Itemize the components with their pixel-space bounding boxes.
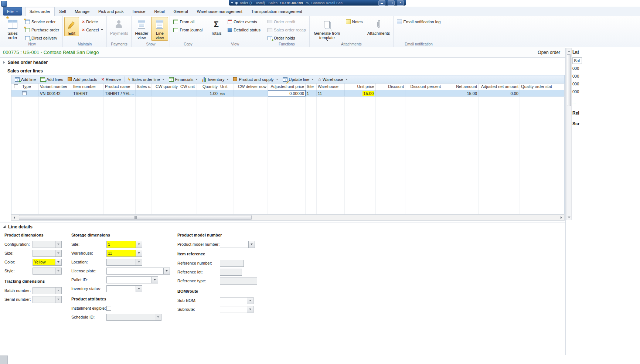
order-holds-button[interactable]: +Order holds bbox=[266, 34, 308, 42]
combobox-dropdown-button[interactable] bbox=[136, 241, 142, 248]
header-view-button[interactable]: Header view bbox=[133, 17, 150, 41]
close-button[interactable]: × bbox=[397, 0, 404, 6]
combobox-dropdown-button[interactable] bbox=[247, 306, 253, 313]
grid-column-header[interactable]: Sales c... bbox=[136, 84, 152, 90]
grid-cell[interactable]: VN-000142 bbox=[39, 90, 72, 96]
horizontal-scrollbar[interactable] bbox=[11, 214, 565, 221]
warehouse-menu[interactable]: ⌂Warehouse bbox=[316, 76, 350, 82]
grid-cell[interactable]: 15.00 bbox=[345, 90, 376, 96]
totals-button[interactable]: Σ Totals bbox=[208, 17, 225, 36]
grid-column-header[interactable]: CW quantity bbox=[152, 84, 179, 90]
tab-pick-and-pack[interactable]: Pick and pack bbox=[94, 7, 128, 16]
grid-cell[interactable] bbox=[234, 90, 268, 96]
combobox-dropdown-button[interactable] bbox=[152, 277, 158, 283]
grid-cell[interactable] bbox=[136, 90, 152, 96]
grid-header-select[interactable] bbox=[11, 84, 21, 90]
site-combobox[interactable]: 1 bbox=[106, 241, 142, 248]
tab-transportation-management[interactable]: Transportation management bbox=[247, 7, 307, 16]
grid-cell[interactable]: ea bbox=[219, 90, 234, 96]
horizontal-scroll-thumb[interactable] bbox=[19, 215, 252, 220]
factbox-row[interactable]: 000 bbox=[572, 80, 640, 88]
combobox-dropdown-button[interactable] bbox=[136, 286, 142, 292]
scroll-right-arrow[interactable] bbox=[558, 215, 564, 220]
generate-from-template-button[interactable]: → Generate from template bbox=[311, 17, 343, 42]
scroll-up-arrow[interactable] bbox=[566, 49, 571, 54]
scroll-down-arrow[interactable] bbox=[566, 215, 571, 220]
attachments-button[interactable]: Attachments bbox=[366, 17, 392, 36]
email-notification-log-button[interactable]: Email notification log bbox=[395, 18, 443, 25]
notes-button[interactable]: Notes bbox=[344, 18, 365, 25]
combobox-dropdown-button[interactable] bbox=[55, 259, 61, 265]
warehouse-combobox[interactable]: 11 bbox=[106, 250, 142, 257]
grid-empty-area[interactable] bbox=[11, 97, 565, 214]
grid-cell[interactable] bbox=[405, 90, 442, 96]
direct-delivery-button[interactable]: +Direct delivery bbox=[23, 34, 61, 42]
combobox-dropdown-button[interactable] bbox=[163, 268, 170, 274]
grid-cell[interactable]: 11 bbox=[317, 90, 345, 96]
grid-cell[interactable] bbox=[152, 90, 179, 96]
tab-invoice[interactable]: Invoice bbox=[128, 7, 150, 16]
delete-button[interactable]: ×Delete bbox=[80, 18, 105, 25]
color-combobox[interactable]: Yellow bbox=[33, 259, 62, 266]
grid-column-header[interactable]: CW unit bbox=[179, 84, 197, 90]
location-combobox[interactable] bbox=[106, 259, 142, 266]
grid-column-header[interactable]: Quality order stat bbox=[520, 84, 564, 90]
file-menu-button[interactable]: File bbox=[3, 7, 22, 16]
tab-sell[interactable]: Sell bbox=[55, 7, 70, 16]
line-details-section[interactable]: Line details bbox=[0, 222, 565, 231]
sales-order-line-menu[interactable]: ϟSales order line bbox=[126, 76, 166, 82]
financials-menu[interactable]: Financials bbox=[167, 76, 200, 82]
grid-column-header[interactable]: Product name bbox=[104, 84, 136, 90]
license-plate-combobox[interactable] bbox=[106, 268, 170, 275]
grid-column-header[interactable]: Unit price bbox=[345, 84, 376, 90]
add-line-button[interactable]: +Add line bbox=[13, 76, 38, 82]
grid-cell[interactable]: TSHIRT bbox=[72, 90, 104, 96]
inventory-status-combobox[interactable] bbox=[106, 285, 142, 292]
combobox-dropdown-button[interactable] bbox=[136, 250, 142, 256]
grid-column-header[interactable]: Site bbox=[306, 84, 317, 90]
grid-column-header[interactable]: Discount bbox=[376, 84, 405, 90]
cancel-button[interactable]: ×Cancel bbox=[80, 26, 105, 34]
select-all-checkbox[interactable] bbox=[14, 84, 18, 88]
from-journal-button[interactable]: From journal bbox=[171, 26, 204, 34]
add-products-button[interactable]: Add products bbox=[66, 76, 99, 82]
factbox-row[interactable]: 000 bbox=[572, 65, 640, 72]
chevron-down-icon[interactable] bbox=[231, 2, 233, 4]
new-sales-order-button[interactable]: ★ Sales order bbox=[3, 17, 22, 41]
scroll-left-arrow[interactable] bbox=[11, 215, 17, 220]
tab-sales-order[interactable]: Sales order bbox=[25, 7, 55, 16]
factbox-row[interactable]: 000 bbox=[572, 88, 640, 96]
grid-column-header[interactable]: CW deliver now bbox=[234, 84, 268, 90]
grid-cell[interactable] bbox=[179, 90, 197, 96]
vertical-scroll-thumb[interactable] bbox=[567, 54, 571, 106]
installment-eligible-checkbox[interactable] bbox=[106, 306, 111, 311]
tab-retail[interactable]: Retail bbox=[150, 7, 169, 16]
grid-cell[interactable]: TSHIRT / YEL... bbox=[104, 90, 136, 96]
grid-row-selected[interactable]: VN-000142TSHIRTTSHIRT / YEL...1.00ea0.00… bbox=[11, 90, 565, 97]
minimize-button[interactable] bbox=[378, 0, 385, 6]
subroute-combobox[interactable] bbox=[220, 306, 253, 313]
grid-cell[interactable]: 1.00 bbox=[197, 90, 219, 96]
grid-column-header[interactable]: Net amount bbox=[442, 84, 479, 90]
tab-general[interactable]: General bbox=[169, 7, 193, 16]
remove-button[interactable]: ×Remove bbox=[100, 76, 123, 82]
tab-manage[interactable]: Manage bbox=[70, 7, 94, 16]
grid-cell[interactable] bbox=[11, 90, 21, 96]
factbox-section-title[interactable]: Scr bbox=[572, 121, 640, 126]
product-model-number-combobox[interactable] bbox=[220, 241, 255, 248]
grid-cell[interactable]: 15.00 bbox=[442, 90, 479, 96]
grid-cell[interactable] bbox=[21, 90, 39, 96]
combobox-dropdown-button[interactable] bbox=[247, 297, 253, 304]
service-order-button[interactable]: ★Service order bbox=[23, 18, 61, 25]
grid-column-header[interactable]: Item number bbox=[72, 84, 104, 90]
grid-cell[interactable]: 0.00 bbox=[479, 90, 520, 96]
factbox-section-title[interactable]: Rel bbox=[572, 110, 640, 116]
factbox-more-link[interactable]: ... bbox=[572, 101, 640, 105]
combobox-dropdown-button[interactable] bbox=[136, 259, 142, 265]
grid-column-header[interactable]: Type bbox=[21, 84, 39, 90]
grid-column-header[interactable]: Adjusted net amount bbox=[479, 84, 520, 90]
line-view-button[interactable]: Line view bbox=[151, 17, 168, 41]
grid-column-header[interactable]: Adjusted unit price bbox=[268, 84, 306, 90]
grid-column-header[interactable]: Quantity bbox=[197, 84, 219, 90]
from-all-button[interactable]: From all bbox=[171, 18, 204, 25]
